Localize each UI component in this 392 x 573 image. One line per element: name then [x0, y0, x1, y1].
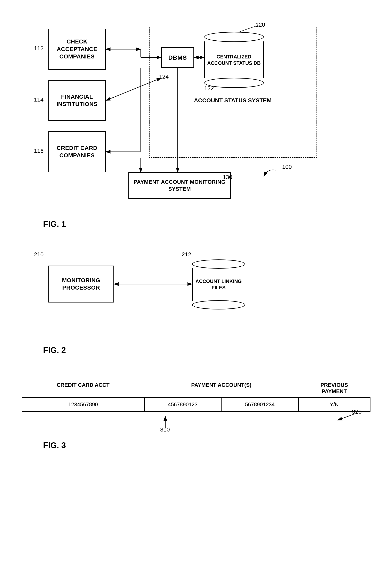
fig3-label: FIG. 3 — [43, 441, 375, 450]
label-120: 120 — [256, 21, 265, 28]
credit-card-companies-box: CREDIT CARD COMPANIES — [48, 131, 106, 172]
svg-text:320: 320 — [352, 410, 362, 415]
check-acceptance-box: CHECK ACCEPTANCE COMPANIES — [48, 29, 106, 70]
cell-payment-acct-1: 4567890123 — [144, 397, 221, 412]
account-status-label: ACCOUNT STATUS SYSTEM — [194, 96, 272, 104]
label-130: 130 — [223, 174, 232, 180]
table-row: 1234567890 4567890123 5678901234 Y/N — [22, 397, 370, 412]
monitoring-processor-box: MONITORING PROCESSOR — [48, 266, 114, 303]
arrow-310: 310 — [141, 412, 202, 432]
cell-credit-acct: 1234567890 — [22, 397, 144, 412]
payment-monitoring-box: PAYMENT ACCOUNT MONITORING SYSTEM — [128, 172, 231, 199]
col-header-payment-accounts: PAYMENT ACCOUNT(S) — [144, 379, 299, 397]
fig3-diagram: CREDIT CARD ACCT PAYMENT ACCOUNT(S) PREV… — [22, 379, 371, 432]
label-100: 100 — [282, 164, 292, 170]
label-112: 112 — [34, 45, 44, 52]
cell-previous-payment: Y/N — [299, 397, 370, 412]
fig1-label: FIG. 1 — [43, 219, 375, 229]
fig2-label: FIG. 2 — [43, 346, 375, 355]
label-116: 116 — [34, 148, 44, 154]
fig2-diagram: 210 MONITORING PROCESSOR 212 ACCOUNT LIN… — [22, 245, 371, 343]
arrow-320: 320 — [288, 410, 371, 426]
label-114: 114 — [34, 96, 44, 103]
label-124: 124 — [159, 73, 169, 80]
label-212: 212 — [182, 251, 191, 258]
fig3-table: CREDIT CARD ACCT PAYMENT ACCOUNT(S) PREV… — [22, 379, 371, 412]
svg-text:310: 310 — [160, 426, 170, 432]
account-linking-cylinder: ACCOUNT LINKING FILES — [192, 259, 245, 309]
financial-institutions-box: FINANCIAL INSTITUTIONS — [48, 80, 106, 121]
label-210: 210 — [34, 251, 44, 258]
fig1-diagram: 112 114 116 CHECK ACCEPTANCE COMPANIES F… — [22, 20, 371, 217]
dbms-box: DBMS — [161, 47, 194, 68]
col-header-previous-payment: PREVIOUSPAYMENT — [299, 379, 370, 397]
cell-payment-acct-2: 5678901234 — [221, 397, 299, 412]
centralized-db-cylinder: CENTRALIZED ACCOUNT STATUS DB — [204, 32, 264, 88]
col-header-credit-card: CREDIT CARD ACCT — [22, 379, 144, 397]
